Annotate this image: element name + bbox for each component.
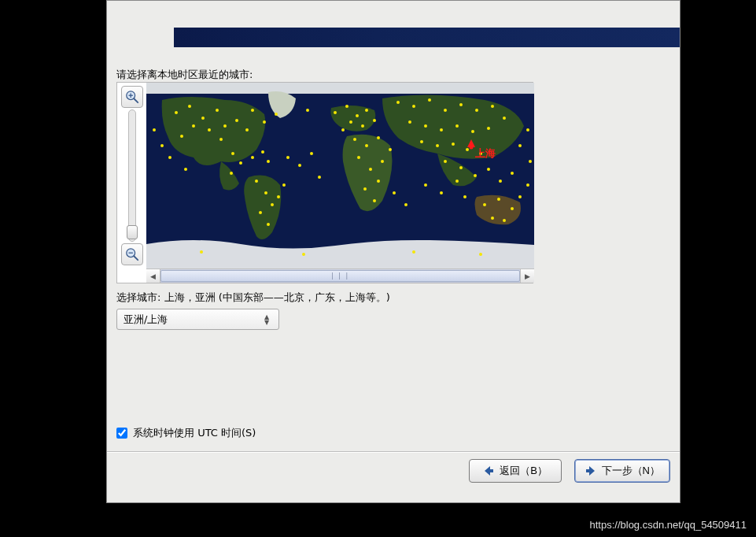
svg-point-100 xyxy=(529,160,532,163)
city-dropdown-value: 亚洲/上海 xyxy=(124,313,261,327)
svg-point-22 xyxy=(230,172,233,175)
svg-point-53 xyxy=(428,98,431,102)
next-button-label: 下一步（N） xyxy=(602,464,660,478)
svg-point-94 xyxy=(263,120,266,124)
zoom-slider[interactable] xyxy=(128,109,136,242)
svg-point-44 xyxy=(357,156,360,159)
svg-point-82 xyxy=(518,195,522,198)
svg-point-68 xyxy=(466,148,469,151)
svg-point-75 xyxy=(499,180,502,183)
arrow-right-icon xyxy=(585,465,597,477)
svg-point-13 xyxy=(223,124,227,128)
svg-point-106 xyxy=(412,250,415,254)
svg-point-105 xyxy=(302,253,305,256)
svg-point-27 xyxy=(264,191,267,194)
svg-point-78 xyxy=(497,198,500,201)
svg-point-74 xyxy=(487,168,490,171)
back-button[interactable]: 返回（B） xyxy=(469,459,562,483)
svg-point-49 xyxy=(381,160,384,163)
utc-checkbox-row[interactable]: 系统时钟使用 UTC 时间(S) xyxy=(116,426,256,440)
zoom-in-button[interactable] xyxy=(121,86,143,108)
svg-point-18 xyxy=(192,124,195,128)
svg-point-32 xyxy=(282,183,286,187)
svg-point-60 xyxy=(424,124,427,128)
svg-point-52 xyxy=(412,105,415,108)
scroll-track[interactable]: | | | xyxy=(160,269,520,283)
selected-city-marker-label: 上海 xyxy=(474,147,496,159)
zoom-out-button[interactable] xyxy=(121,243,143,265)
city-dropdown[interactable]: 亚洲/上海 ▲▼ xyxy=(116,309,279,330)
svg-point-28 xyxy=(271,203,274,206)
svg-point-70 xyxy=(444,160,447,163)
svg-point-12 xyxy=(216,109,219,112)
svg-point-98 xyxy=(526,128,529,131)
svg-point-85 xyxy=(298,164,301,167)
svg-point-97 xyxy=(160,144,164,147)
svg-point-84 xyxy=(286,156,289,159)
svg-point-63 xyxy=(471,130,474,133)
svg-point-34 xyxy=(345,105,348,108)
svg-point-59 xyxy=(408,120,411,124)
svg-point-15 xyxy=(245,128,249,131)
installer-window: 请选择离本地时区最近的城市: xyxy=(106,0,680,503)
svg-point-46 xyxy=(377,180,380,183)
svg-point-79 xyxy=(511,207,514,210)
zoom-control xyxy=(117,83,146,268)
svg-point-50 xyxy=(389,148,392,151)
map-horizontal-scrollbar[interactable]: ◀ | | | ▶ xyxy=(146,268,534,283)
footer-buttons: 返回（B） 下一步（N） xyxy=(469,459,670,483)
svg-line-1 xyxy=(134,98,138,102)
next-button[interactable]: 下一步（N） xyxy=(574,459,670,483)
svg-point-87 xyxy=(168,156,171,159)
svg-point-83 xyxy=(526,183,529,187)
svg-line-5 xyxy=(134,256,138,260)
zoom-slider-thumb[interactable] xyxy=(127,225,138,239)
svg-point-24 xyxy=(261,150,264,154)
scroll-right-arrow-icon[interactable]: ▶ xyxy=(520,269,534,283)
zoom-out-icon xyxy=(125,247,139,261)
svg-point-14 xyxy=(235,119,238,122)
svg-point-58 xyxy=(503,117,506,120)
svg-point-76 xyxy=(511,172,514,175)
arrow-left-icon xyxy=(482,465,495,477)
svg-point-55 xyxy=(459,103,463,106)
svg-point-107 xyxy=(479,253,482,256)
prompt-label: 请选择离本地时区最近的城市: xyxy=(116,68,253,82)
utc-checkbox[interactable] xyxy=(116,428,127,439)
svg-point-16 xyxy=(219,138,223,141)
world-map[interactable]: 上海 xyxy=(146,83,534,268)
footer-separator xyxy=(107,451,680,452)
svg-rect-8 xyxy=(146,83,534,94)
svg-point-93 xyxy=(251,109,254,112)
svg-point-103 xyxy=(463,195,467,198)
svg-point-31 xyxy=(277,195,280,198)
svg-point-33 xyxy=(334,111,337,114)
svg-point-108 xyxy=(470,146,474,150)
svg-point-80 xyxy=(503,219,506,222)
svg-point-61 xyxy=(440,128,443,131)
svg-point-38 xyxy=(361,124,364,128)
svg-point-11 xyxy=(201,117,205,120)
svg-point-36 xyxy=(365,109,368,112)
svg-point-51 xyxy=(396,101,400,104)
svg-point-65 xyxy=(420,140,423,143)
svg-point-90 xyxy=(393,191,396,194)
svg-point-35 xyxy=(356,114,359,117)
svg-point-71 xyxy=(459,166,463,169)
scroll-left-arrow-icon[interactable]: ◀ xyxy=(146,269,160,283)
svg-point-40 xyxy=(341,128,345,131)
svg-point-77 xyxy=(483,203,486,206)
back-button-label: 返回（B） xyxy=(500,464,548,478)
svg-point-88 xyxy=(184,168,187,171)
svg-point-86 xyxy=(310,152,313,155)
utc-checkbox-label: 系统时钟使用 UTC 时间(S) xyxy=(133,426,256,440)
svg-point-30 xyxy=(267,223,270,226)
svg-point-54 xyxy=(444,109,447,112)
svg-point-95 xyxy=(275,113,278,116)
svg-point-9 xyxy=(175,111,178,114)
svg-point-73 xyxy=(455,180,459,183)
scroll-thumb[interactable]: | | | xyxy=(160,270,520,282)
svg-point-19 xyxy=(180,135,183,138)
svg-point-20 xyxy=(231,152,234,155)
svg-point-17 xyxy=(208,128,211,131)
